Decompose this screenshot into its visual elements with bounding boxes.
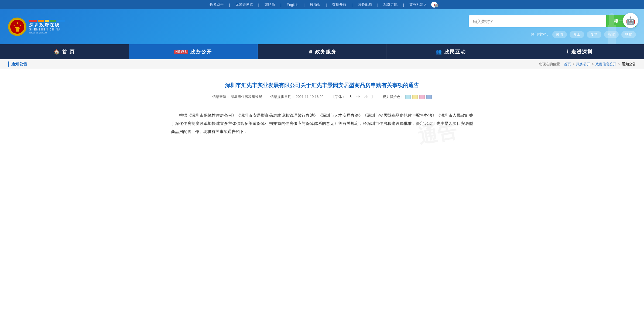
topbar-link-robot[interactable]: 政务机器人 bbox=[407, 2, 430, 7]
svg-rect-2 bbox=[614, 25, 616, 44]
breadcrumb-bar: 通知公告 您现在的位置 | 首页 > 政务公开 > 政府信息公开 > 通知公告 bbox=[0, 59, 644, 69]
vision-color-3[interactable] bbox=[419, 95, 425, 99]
logo-url: www.sz.gov.cn bbox=[29, 31, 47, 34]
vision-color-4[interactable] bbox=[426, 95, 432, 99]
people-icon: 👥 bbox=[436, 49, 442, 55]
svg-rect-1 bbox=[608, 25, 609, 44]
svg-text:★: ★ bbox=[16, 22, 19, 25]
svg-rect-0 bbox=[609, 15, 614, 44]
topbar-link-elderly[interactable]: 长者助手 bbox=[207, 2, 226, 7]
hot-tag-fupin[interactable]: 扶贫 bbox=[621, 31, 636, 38]
font-label: 【字体： bbox=[331, 94, 345, 99]
vision-color-1[interactable] bbox=[405, 95, 411, 99]
nav-label-gov-open: 政务公开 bbox=[190, 49, 212, 55]
svg-rect-13 bbox=[15, 27, 19, 28]
topbar-sep: | bbox=[323, 3, 329, 7]
topbar-link-sitegroup[interactable]: 站群导航 bbox=[381, 2, 400, 7]
date-value: 2021-11-19 16:20 bbox=[296, 95, 324, 99]
logo-emblem: ★ ★ ★ ★ ★ bbox=[8, 18, 26, 36]
vision-color-2[interactable] bbox=[412, 95, 418, 99]
breadcrumb-arrow: > bbox=[592, 62, 594, 66]
nav-item-gov-open[interactable]: NEWS 政务公开 bbox=[129, 44, 258, 59]
svg-text:★: ★ bbox=[20, 25, 21, 26]
article-meta: 信息来源： 深圳市住房和建设局 信息提供日期： 2021-11-19 16:20… bbox=[171, 94, 473, 103]
nav-item-shenzhen[interactable]: ℹ 走进深圳 bbox=[515, 44, 644, 59]
topbar-sep: | bbox=[375, 3, 381, 7]
topbar-link-mobile[interactable]: 移动版 bbox=[307, 2, 323, 7]
topbar-sep: | bbox=[226, 3, 232, 7]
content-area: 深圳市汇先丰实业发展有限公司关于汇先丰景园安居型商品房申购有关事项的通告 信息来… bbox=[160, 69, 484, 153]
location-label: 您现在的位置 bbox=[539, 62, 560, 67]
nav-item-home[interactable]: 🏠 首 页 bbox=[0, 44, 129, 59]
breadcrumb-arrow: > bbox=[618, 62, 620, 66]
topbar-sep: | bbox=[278, 3, 284, 7]
breadcrumb-home[interactable]: 首页 bbox=[564, 62, 571, 67]
home-icon: 🏠 bbox=[54, 49, 60, 55]
topbar-link-traditional[interactable]: 繁體版 bbox=[262, 2, 278, 7]
search-input[interactable] bbox=[469, 15, 606, 27]
meta-date: 信息提供日期： 2021-11-19 16:20 bbox=[270, 94, 323, 99]
hot-tag-yiqing[interactable]: 疫情 bbox=[552, 31, 567, 38]
topbar-link-accessibility[interactable]: 无障碍浏览 bbox=[233, 2, 256, 7]
section-title[interactable]: 通知公告 bbox=[8, 61, 27, 67]
font-suffix: 】 bbox=[371, 94, 375, 99]
topbar-link-email[interactable]: 政务邮箱 bbox=[355, 2, 375, 7]
breadcrumb-current: 通知公告 bbox=[622, 62, 636, 67]
hot-tag-fuxue[interactable]: 复学 bbox=[587, 31, 601, 38]
logo-text-area: 深圳政府在线 SHENZHEN CHINA www.sz.gov.cn bbox=[29, 20, 65, 34]
meta-vision: 视力保护色： bbox=[383, 94, 432, 99]
meta-source: 信息来源： 深圳市住房和建设局 bbox=[212, 94, 262, 99]
breadcrumb-nav: 您现在的位置 | 首页 > 政务公开 > 政府信息公开 > 通知公告 bbox=[539, 62, 636, 67]
date-label: 信息提供日期： bbox=[270, 95, 295, 99]
article-title: 深圳市汇先丰实业发展有限公司关于汇先丰景园安居型商品房申购有关事项的通告 bbox=[171, 81, 473, 90]
robot-icon: 🤖 bbox=[431, 2, 437, 8]
breadcrumb-gov-open[interactable]: 政务公开 bbox=[576, 62, 590, 67]
svg-marker-3 bbox=[608, 13, 615, 15]
nav-label-shenzhen: 走进深圳 bbox=[571, 49, 593, 55]
article-body: 通告 根据《深圳市保障性住房条例》《深圳市安居型商品房建设和管理暂行办法》《深圳… bbox=[171, 109, 473, 143]
svg-text:★: ★ bbox=[13, 25, 15, 26]
nav-item-interaction[interactable]: 👥 政民互动 bbox=[386, 44, 515, 59]
building-decoration bbox=[601, 12, 622, 44]
monitor-icon: 🖥 bbox=[307, 49, 313, 55]
vision-label: 视力保护色： bbox=[383, 94, 404, 99]
breadcrumb-gov-info[interactable]: 政府信息公开 bbox=[595, 62, 616, 67]
main-navigation: 🏠 首 页 NEWS 政务公开 🖥 政务服务 👥 政民互动 ℹ 走进深圳 bbox=[0, 44, 644, 59]
breadcrumb-arrow: > bbox=[573, 62, 575, 66]
meta-font: 【字体： 大 中 小 】 bbox=[331, 94, 375, 99]
news-icon: NEWS bbox=[174, 50, 188, 54]
nav-item-gov-service[interactable]: 🖥 政务服务 bbox=[258, 44, 387, 59]
site-header: 🤖 ★ ★ ★ ★ ★ bbox=[0, 9, 644, 44]
top-utility-bar: 长者助手 | 无障碍浏览 | 繁體版 | English | 移动版 | 数据开… bbox=[0, 0, 644, 9]
source-value: 深圳市住房和建设局 bbox=[231, 95, 262, 99]
breadcrumb-sep: | bbox=[561, 62, 562, 66]
hot-tag-fugong[interactable]: 复工 bbox=[570, 31, 584, 38]
font-size-small[interactable]: 小 bbox=[363, 94, 369, 99]
logo-subtitle: SHENZHEN CHINA bbox=[29, 28, 61, 31]
font-size-large[interactable]: 大 bbox=[348, 94, 353, 99]
topbar-link-english[interactable]: English bbox=[284, 3, 301, 7]
article-paragraph-1: 根据《深圳市保障性住房条例》《深圳市安居型商品房建设和管理暂行办法》《深圳市人才… bbox=[171, 111, 473, 136]
robot-avatar[interactable]: 🤖 bbox=[623, 13, 638, 28]
topbar-sep: | bbox=[349, 3, 355, 7]
header-right: 搜一下 热门搜索： 疫情 复工 复学 就业 扶贫 bbox=[76, 15, 636, 38]
topbar-sep: | bbox=[256, 3, 262, 7]
svg-rect-12 bbox=[16, 28, 19, 32]
site-logo[interactable]: ★ ★ ★ ★ ★ 深圳政府在线 bbox=[8, 18, 65, 36]
font-size-medium[interactable]: 中 bbox=[355, 94, 361, 99]
topbar-sep: | bbox=[301, 3, 307, 7]
logo-title-cn: 深圳政府在线 bbox=[29, 22, 60, 28]
hot-search-label: 热门搜索： bbox=[531, 32, 550, 37]
topbar-link-opendata[interactable]: 数据开放 bbox=[330, 2, 349, 7]
nav-label-home: 首 页 bbox=[62, 49, 75, 55]
topbar-sep: | bbox=[400, 3, 406, 7]
nav-label-interaction: 政民互动 bbox=[444, 49, 466, 55]
nav-label-gov-service: 政务服务 bbox=[315, 49, 337, 55]
source-label: 信息来源： bbox=[212, 95, 230, 99]
info-icon: ℹ bbox=[567, 49, 569, 55]
